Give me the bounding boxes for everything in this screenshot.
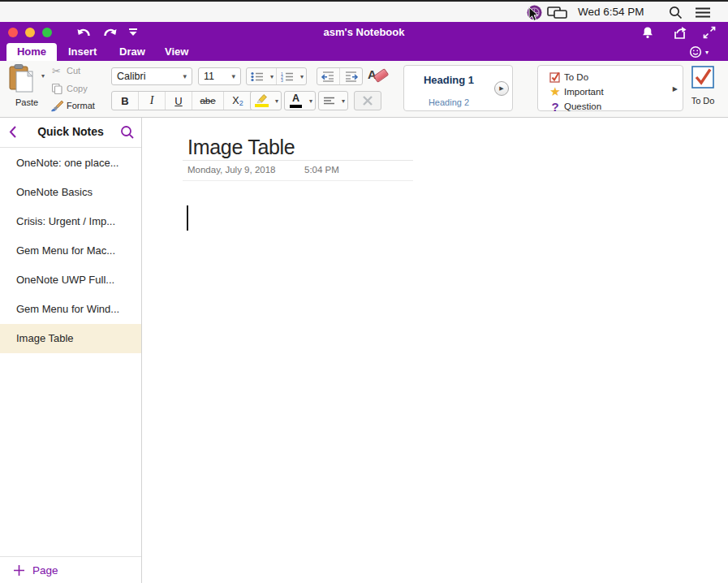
bullet-list-button[interactable] [247, 68, 268, 84]
tag-important-label: Important [564, 87, 604, 97]
format-painter-button[interactable]: Format [50, 99, 95, 112]
notifications-bell-icon[interactable] [640, 25, 655, 40]
cut-label: Cut [67, 66, 80, 76]
question-tag-icon: ? [546, 100, 564, 114]
menubar-clock[interactable]: Wed 6:54 PM [578, 6, 644, 18]
strikethrough-button[interactable]: abe [192, 92, 223, 110]
delete-button[interactable] [354, 91, 381, 110]
copy-button[interactable]: Copy [52, 82, 88, 95]
title-underline [183, 160, 413, 161]
style-heading1[interactable]: Heading 1 [404, 74, 493, 86]
cut-scissors-icon: ✂ [52, 65, 67, 77]
font-color-button[interactable]: A [285, 92, 307, 110]
increase-indent-button[interactable] [340, 68, 362, 84]
page-list-item[interactable]: Gem Menu for Mac... [0, 236, 141, 266]
indent-buttons-group [317, 67, 363, 85]
add-page-button[interactable]: Page [0, 556, 141, 583]
font-color-bar [290, 105, 302, 108]
font-name-value: Calibri [117, 71, 145, 82]
share-icon[interactable] [672, 26, 687, 40]
spotlight-search-icon[interactable] [669, 6, 683, 19]
font-size-dropdown-arrow: ▾ [231, 72, 235, 80]
style-heading2[interactable]: Heading 2 [404, 97, 493, 107]
font-color-dropdown-arrow[interactable]: ▾ [307, 92, 315, 110]
tab-draw[interactable]: Draw [119, 45, 145, 58]
notebook-title: asm's Notebook [0, 26, 728, 38]
page-list-item[interactable]: OneNote UWP Full... [0, 266, 141, 295]
page-list-sidebar: Quick Notes OneNote: one place... OneNot… [0, 118, 142, 583]
tab-view[interactable]: View [165, 45, 188, 58]
page-list-item[interactable]: Gem Menu for Wind... [0, 295, 141, 324]
underline-button[interactable]: U [166, 92, 192, 110]
align-button[interactable] [319, 92, 339, 110]
numbered-list-dropdown-arrow[interactable]: ▾ [298, 68, 306, 84]
notification-center-icon[interactable] [695, 6, 711, 19]
font-color-button-group: A ▾ [284, 91, 316, 110]
font-size-select[interactable]: 11 ▾ [198, 67, 241, 85]
tab-insert[interactable]: Insert [68, 45, 97, 58]
cut-button[interactable]: ✂ Cut [52, 64, 80, 77]
paste-clipboard-icon [8, 64, 36, 93]
paste-label: Paste [6, 97, 47, 107]
important-tag-star-icon: ★ [546, 84, 564, 99]
fullscreen-expand-icon[interactable] [703, 26, 716, 39]
numbered-list-icon: 123 [281, 71, 294, 82]
todo-button-label: To Do [687, 96, 719, 106]
highlight-button-group: ▾ [250, 91, 282, 110]
page-date: Monday, July 9, 2018 [187, 165, 275, 175]
bold-button[interactable]: B [112, 92, 138, 110]
format-label: Format [67, 101, 95, 110]
delete-x-icon [362, 95, 373, 106]
page-list-item[interactable]: OneNote Basics [0, 178, 141, 207]
italic-button[interactable]: I [139, 92, 165, 110]
subscript-base: X [232, 95, 239, 106]
tags-expand-arrow-icon[interactable]: ▶ [673, 85, 678, 93]
font-size-value: 11 [204, 71, 214, 82]
highlight-dropdown-arrow[interactable]: ▾ [273, 92, 281, 110]
numbered-list-button[interactable]: 123 [277, 68, 298, 84]
copy-icon [52, 84, 67, 94]
ribbon-tab-bar: Home Insert Draw View ▾ [0, 43, 728, 61]
bullet-list-icon [251, 71, 264, 82]
clear-formatting-button[interactable]: A [367, 65, 390, 87]
highlight-color-bar [255, 104, 269, 107]
feedback-smiley-icon[interactable]: ▾ [689, 45, 709, 58]
tag-todo[interactable]: To Do [546, 70, 588, 84]
tab-home[interactable]: Home [6, 43, 57, 61]
styles-gallery: Heading 1 Heading 2 ▶ [403, 65, 513, 111]
page-time: 5:04 PM [304, 165, 339, 175]
list-buttons-group: ▾ 123 ▾ [246, 67, 307, 85]
subscript-button[interactable]: X2 [224, 92, 252, 110]
sidebar-header: Quick Notes [0, 118, 141, 148]
font-name-select[interactable]: Calibri ▾ [111, 67, 192, 85]
tag-question-label: Question [564, 101, 601, 111]
styles-expand-button[interactable]: ▶ [494, 81, 509, 96]
align-icon [323, 97, 335, 106]
page-list-item[interactable]: Crisis: Urgent / Imp... [0, 207, 141, 236]
tag-important[interactable]: ★ Important [546, 84, 604, 99]
highlight-button[interactable] [251, 92, 273, 110]
ribbon: ▾ Paste ✂ Cut Copy Format Calibri ▾ 11 ▾… [0, 61, 728, 118]
font-color-letter: A [292, 93, 299, 104]
decrease-indent-button[interactable] [317, 68, 339, 84]
add-page-plus-icon [13, 564, 25, 577]
todo-button-checkbox-icon [691, 66, 714, 89]
format-brush-icon [50, 100, 67, 112]
note-canvas[interactable]: Image Table Monday, July 9, 2018 5:04 PM [143, 118, 728, 583]
copy-label: Copy [67, 84, 88, 93]
tag-todo-label: To Do [564, 72, 588, 82]
page-list-item[interactable]: OneNote: one place... [0, 149, 141, 178]
align-dropdown-arrow[interactable]: ▾ [339, 92, 347, 110]
svg-text:3: 3 [281, 78, 283, 82]
tags-gallery: To Do ★ Important ? Question ▶ [537, 65, 683, 111]
bullet-list-dropdown-arrow[interactable]: ▾ [268, 68, 276, 84]
displays-mirroring-icon[interactable] [547, 6, 568, 19]
paragraph-align-group: ▾ [318, 91, 348, 110]
macos-menubar: Wed 6:54 PM [0, 0, 728, 22]
sidebar-search-icon[interactable] [120, 125, 135, 140]
page-title[interactable]: Image Table [187, 136, 295, 159]
page-list-item-selected[interactable]: Image Table [0, 324, 141, 353]
styles-expand-arrow-icon: ▶ [499, 85, 503, 92]
tag-question[interactable]: ? Question [546, 99, 601, 114]
paste-dropdown-arrow[interactable]: ▾ [39, 72, 47, 80]
